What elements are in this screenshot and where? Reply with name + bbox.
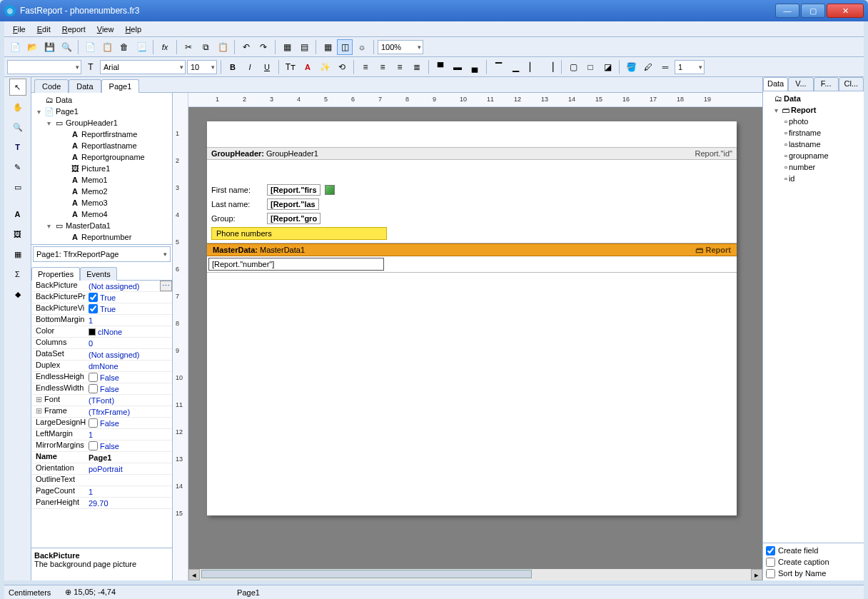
align-grid-button[interactable]: ◫ [337, 39, 353, 55]
bold-button[interactable]: B [225, 59, 241, 75]
property-row[interactable]: DuplexdmNone [31, 361, 172, 372]
line-weight-combo[interactable]: 1 [675, 60, 705, 74]
delete-page-button[interactable]: 🗑 [116, 39, 132, 55]
data-field-node[interactable]: ▫lastname [764, 139, 862, 150]
property-row[interactable]: LargeDesignHFalse [31, 418, 172, 429]
twisty-icon[interactable]: ▾ [44, 119, 53, 127]
tree-node[interactable]: AReportgroupname [31, 151, 172, 163]
horizontal-scrollbar[interactable]: ◂ ▸ [188, 569, 762, 580]
show-grid-button[interactable]: ▦ [320, 39, 335, 55]
hand-tool[interactable]: ✋ [9, 99, 26, 116]
font-picker-button[interactable]: T [83, 59, 99, 75]
new-dialog-button[interactable]: 📋 [99, 39, 115, 55]
font-name-combo[interactable]: Arial [100, 60, 186, 74]
zoom-tool[interactable]: 🔍 [9, 119, 26, 136]
page-settings-button[interactable]: 📃 [133, 39, 149, 55]
zoom-combo[interactable]: 100% [378, 40, 423, 54]
tab-properties[interactable]: Properties [31, 267, 80, 281]
report-tree[interactable]: 🗂Data ▾📄Page1 ▾▭GroupHeader1 AReportfirs… [31, 93, 172, 245]
underline-button[interactable]: U [259, 59, 275, 75]
property-row[interactable]: BackPicturePrTrue [31, 292, 172, 303]
tab-data[interactable]: Data [69, 79, 101, 93]
picture-object[interactable]: 🖼 [9, 226, 26, 243]
tree-node[interactable]: AReportlastname [31, 140, 172, 151]
subreport-object[interactable]: ▦ [9, 246, 26, 263]
paste-button[interactable]: 📋 [215, 39, 231, 55]
select-tool[interactable]: ↖ [9, 79, 26, 96]
property-row[interactable]: BottomMargin1 [31, 315, 172, 326]
data-tree[interactable]: 🗂Data ▾🗃Report ▫photo▫firstname▫lastname… [763, 91, 864, 543]
align-left-button[interactable]: ≡ [358, 59, 373, 75]
window-minimize-button[interactable]: — [775, 4, 799, 18]
menu-help[interactable]: Help [119, 24, 147, 35]
window-maximize-button[interactable]: ▢ [801, 4, 825, 18]
twisty-icon[interactable]: ▾ [44, 222, 53, 230]
first-name-field[interactable]: [Report."firs [267, 184, 321, 196]
line-style-button[interactable]: ═ [657, 59, 673, 75]
frame-none-button[interactable]: □ [582, 59, 598, 75]
last-name-field[interactable]: [Report."las [267, 198, 319, 210]
preview-button[interactable]: 🔍 [59, 39, 74, 55]
right-tab-classes[interactable]: Cl... [839, 77, 864, 91]
property-row[interactable]: MirrorMarginsFalse [31, 441, 172, 452]
property-row[interactable]: PageCount1 [31, 486, 172, 498]
group-header-band-title[interactable]: GroupHeader: GroupHeader1 Report."id" [207, 147, 737, 160]
style-combo[interactable] [7, 60, 81, 74]
group-field[interactable]: [Report."gro [267, 213, 321, 224]
frame-top-button[interactable]: ▔ [490, 59, 506, 75]
font-size-combo[interactable]: 10 [187, 60, 217, 74]
property-row[interactable]: PanerHeight29.70 [31, 498, 172, 509]
tree-node[interactable]: 🖼Picture1 [31, 163, 172, 174]
data-field-node[interactable]: ▫groupname [764, 150, 862, 161]
font-color-button[interactable]: A [300, 59, 316, 75]
menu-edit[interactable]: Edit [31, 24, 56, 35]
tree-node[interactable]: AMemo1 [31, 174, 172, 186]
create-field-checkbox[interactable]: Create field [766, 545, 861, 556]
master-data-band-title[interactable]: MasterData: MasterData1 🗃 Report [207, 243, 737, 256]
fill-color-button[interactable]: 🪣 [623, 59, 639, 75]
save-button[interactable]: 💾 [41, 39, 57, 55]
right-tab-functions[interactable]: F... [814, 77, 839, 91]
property-row[interactable]: ⊞ Font(TFont) [31, 395, 172, 406]
highlight-button[interactable]: ✨ [317, 59, 333, 75]
data-field-node[interactable]: ▫number [764, 161, 862, 173]
property-row[interactable]: NamePage1 [31, 452, 172, 463]
tree-node[interactable]: AMemo3 [31, 197, 172, 208]
tree-node[interactable]: AReportnumber [31, 231, 172, 243]
fit-grid-button[interactable]: ☼ [354, 39, 370, 55]
property-row[interactable]: DataSet(Not assigned) [31, 349, 172, 361]
property-row[interactable]: EndlessWidthFalse [31, 383, 172, 395]
window-close-button[interactable]: ✕ [827, 4, 864, 18]
align-center-button[interactable]: ≡ [375, 59, 390, 75]
twisty-icon[interactable]: ▾ [772, 106, 780, 114]
redo-button[interactable]: ↷ [256, 39, 271, 55]
scroll-right-button[interactable]: ▸ [751, 569, 762, 580]
phone-numbers-header[interactable]: Phone numbers [211, 227, 387, 240]
design-canvas[interactable]: GroupHeader: GroupHeader1 Report."id" Fi… [188, 107, 762, 569]
property-row[interactable]: OrientationpoPortrait [31, 463, 172, 475]
picture-object-icon[interactable] [325, 185, 335, 195]
property-row[interactable]: BackPictureViTrue [31, 303, 172, 315]
format-tool[interactable]: ✎ [9, 158, 26, 176]
menu-file[interactable]: File [7, 24, 31, 35]
frame-left-button[interactable]: ▏ [525, 59, 540, 75]
text-tool[interactable]: T [9, 139, 26, 156]
new-page-button[interactable]: 📄 [82, 39, 98, 55]
group-label[interactable]: Group: [211, 214, 267, 223]
frame-right-button[interactable]: ▕ [542, 59, 557, 75]
frame-bottom-button[interactable]: ▁ [508, 59, 523, 75]
group-button[interactable]: ▦ [279, 39, 295, 55]
tab-page1[interactable]: Page1 [101, 79, 140, 93]
data-field-node[interactable]: ▫photo [764, 116, 862, 127]
property-row[interactable]: LeftMargin1 [31, 429, 172, 441]
right-tab-variables[interactable]: V... [788, 77, 813, 91]
frame-all-button[interactable]: ▢ [565, 59, 581, 75]
line-color-button[interactable]: 🖊 [640, 59, 656, 75]
sys-object[interactable]: Σ [9, 266, 26, 283]
data-field-node[interactable]: ▫firstname [764, 127, 862, 139]
property-row[interactable]: ⊞ Frame(TfrxFrame) [31, 406, 172, 418]
band-tool[interactable]: ▭ [9, 178, 26, 196]
copy-button[interactable]: ⧉ [198, 39, 213, 55]
font-settings-button[interactable]: Tᴛ [283, 59, 298, 75]
property-row[interactable]: ColorclNone [31, 326, 172, 338]
